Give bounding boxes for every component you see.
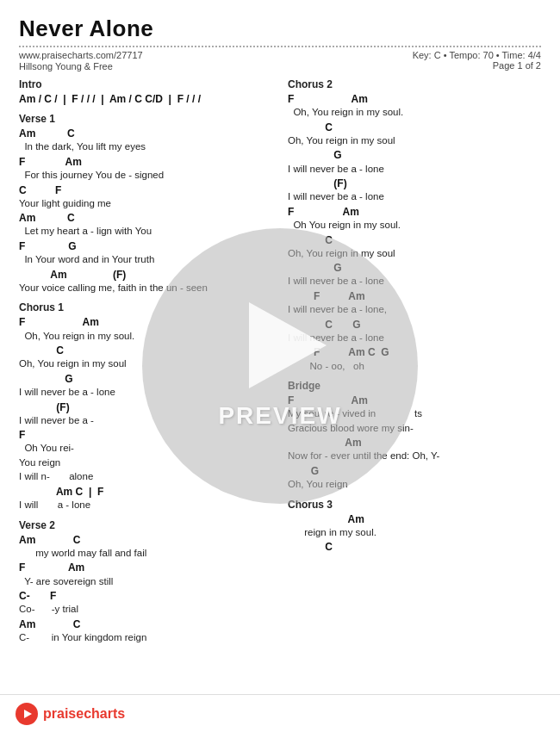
- meta-left: www.praisecharts.com/27717 Hillsong Youn…: [19, 50, 143, 71]
- section-chorus3-title: Chorus 3: [288, 499, 541, 511]
- key-tempo-time: Key: C • Tempo: 70 • Time: 4/4: [413, 50, 541, 60]
- chorus2-stanza: F Am Oh, You reign in my soul. C Oh, You…: [288, 92, 541, 373]
- tempo-label: Tempo: 70: [449, 50, 493, 60]
- meta-right: Key: C • Tempo: 70 • Time: 4/4 Page 1 of…: [413, 50, 541, 71]
- page: Never Alone www.praisecharts.com/27717 H…: [0, 0, 560, 656]
- verse2-stanza: Am C my world may fall and fail F Am Y- …: [19, 533, 272, 645]
- time-label: Time: 4/4: [502, 50, 541, 60]
- meta-row: www.praisecharts.com/27717 Hillsong Youn…: [19, 50, 541, 71]
- section-chorus2-title: Chorus 2: [288, 78, 541, 90]
- footer-brand-text: praisecharts: [43, 706, 125, 722]
- footer-play-icon: [24, 710, 32, 718]
- chorus1-stanza: F Am Oh, You reign in my soul. C Oh, You…: [19, 315, 272, 512]
- header-divider: [19, 46, 541, 47]
- song-title: Never Alone: [19, 16, 541, 42]
- section-verse1-title: Verse 1: [19, 113, 272, 125]
- intro-chords: Am / C / | F / / / | Am / C C/D | F / / …: [19, 92, 272, 106]
- chorus3-stanza: Am reign in my soul. C: [288, 512, 541, 555]
- sheet-music-columns: Intro Am / C / | F / / / | Am / C C/D | …: [19, 78, 541, 648]
- bridge-stanza: F Am My soul re - vived in ts Gracious b…: [288, 394, 541, 492]
- verse1-stanza: Am C In the dark, You lift my eyes F Am …: [19, 127, 272, 295]
- key-label: Key: C: [413, 50, 441, 60]
- section-verse2-title: Verse 2: [19, 519, 272, 531]
- section-intro-title: Intro: [19, 78, 272, 90]
- footer-brand-prefix: prai: [43, 706, 68, 721]
- footer: praisecharts: [0, 694, 560, 732]
- footer-logo: praisecharts: [16, 703, 125, 725]
- song-url: www.praisecharts.com/27717: [19, 50, 143, 60]
- page-number: Page 1 of 2: [413, 60, 541, 71]
- section-bridge-title: Bridge: [288, 380, 541, 392]
- section-chorus1-title: Chorus 1: [19, 301, 272, 313]
- right-column: Chorus 2 F Am Oh, You reign in my soul. …: [288, 78, 541, 648]
- intro-stanza: Am / C / | F / / / | Am / C C/D | F / / …: [19, 92, 272, 106]
- song-artist: Hillsong Young & Free: [19, 61, 143, 71]
- left-column: Intro Am / C / | F / / / | Am / C C/D | …: [19, 78, 272, 648]
- footer-play-button[interactable]: [16, 703, 38, 725]
- footer-brand-suffix: charts: [84, 706, 125, 721]
- footer-brand-highlight: se: [68, 706, 84, 721]
